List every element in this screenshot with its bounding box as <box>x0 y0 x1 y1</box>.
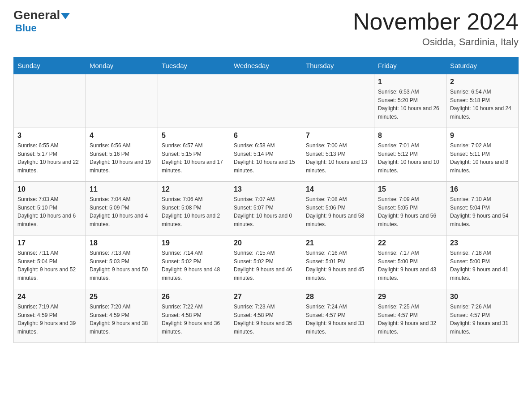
day-info: Sunrise: 7:15 AMSunset: 5:02 PMDaylight:… <box>234 249 298 282</box>
location-title: Osidda, Sardinia, Italy <box>353 36 519 48</box>
calendar-cell <box>14 74 86 128</box>
calendar-cell: 20Sunrise: 7:15 AMSunset: 5:02 PMDayligh… <box>230 235 302 289</box>
calendar-cell: 15Sunrise: 7:09 AMSunset: 5:05 PMDayligh… <box>374 182 446 235</box>
calendar-cell: 18Sunrise: 7:13 AMSunset: 5:03 PMDayligh… <box>86 235 158 289</box>
week-row-4: 17Sunrise: 7:11 AMSunset: 5:04 PMDayligh… <box>14 235 519 289</box>
day-info: Sunrise: 7:24 AMSunset: 4:57 PMDaylight:… <box>306 303 370 336</box>
day-number: 23 <box>450 239 515 247</box>
calendar-cell: 4Sunrise: 6:56 AMSunset: 5:16 PMDaylight… <box>86 128 158 182</box>
calendar-cell: 17Sunrise: 7:11 AMSunset: 5:04 PMDayligh… <box>14 235 86 289</box>
day-number: 18 <box>90 239 154 247</box>
day-info: Sunrise: 7:26 AMSunset: 4:57 PMDaylight:… <box>450 303 515 336</box>
day-info: Sunrise: 7:25 AMSunset: 4:57 PMDaylight:… <box>378 303 442 336</box>
calendar-cell: 19Sunrise: 7:14 AMSunset: 5:02 PMDayligh… <box>158 235 230 289</box>
day-info: Sunrise: 7:17 AMSunset: 5:00 PMDaylight:… <box>378 249 442 282</box>
day-info: Sunrise: 7:20 AMSunset: 4:59 PMDaylight:… <box>90 303 154 336</box>
day-info: Sunrise: 7:09 AMSunset: 5:05 PMDaylight:… <box>378 195 442 228</box>
day-number: 12 <box>162 185 226 193</box>
header-thursday: Thursday <box>302 57 374 74</box>
calendar-cell <box>86 74 158 128</box>
calendar-cell: 13Sunrise: 7:07 AMSunset: 5:07 PMDayligh… <box>230 182 302 235</box>
title-area: November 2024 Osidda, Sardinia, Italy <box>353 9 519 48</box>
day-info: Sunrise: 7:00 AMSunset: 5:13 PMDaylight:… <box>306 141 370 175</box>
day-info: Sunrise: 7:16 AMSunset: 5:01 PMDaylight:… <box>306 249 370 282</box>
day-number: 22 <box>378 239 442 247</box>
day-info: Sunrise: 7:18 AMSunset: 5:00 PMDaylight:… <box>450 249 515 282</box>
calendar-cell: 30Sunrise: 7:26 AMSunset: 4:57 PMDayligh… <box>446 289 519 343</box>
calendar-cell: 14Sunrise: 7:08 AMSunset: 5:06 PMDayligh… <box>302 182 374 235</box>
day-info: Sunrise: 6:56 AMSunset: 5:16 PMDaylight:… <box>90 141 154 175</box>
calendar-cell: 1Sunrise: 6:53 AMSunset: 5:20 PMDaylight… <box>374 74 446 128</box>
day-number: 9 <box>450 132 515 140</box>
calendar-cell: 8Sunrise: 7:01 AMSunset: 5:12 PMDaylight… <box>374 128 446 182</box>
day-number: 25 <box>90 293 154 301</box>
day-info: Sunrise: 7:08 AMSunset: 5:06 PMDaylight:… <box>306 195 370 228</box>
day-number: 29 <box>378 293 442 301</box>
day-number: 24 <box>17 293 82 301</box>
day-info: Sunrise: 7:11 AMSunset: 5:04 PMDaylight:… <box>17 249 82 282</box>
calendar-cell: 28Sunrise: 7:24 AMSunset: 4:57 PMDayligh… <box>302 289 374 343</box>
day-number: 16 <box>450 185 515 193</box>
logo-triangle-icon <box>61 13 70 19</box>
day-number: 28 <box>306 293 370 301</box>
calendar-cell: 29Sunrise: 7:25 AMSunset: 4:57 PMDayligh… <box>374 289 446 343</box>
day-info: Sunrise: 7:03 AMSunset: 5:10 PMDaylight:… <box>17 195 82 228</box>
logo: General Blue <box>13 9 70 34</box>
calendar-cell: 10Sunrise: 7:03 AMSunset: 5:10 PMDayligh… <box>14 182 86 235</box>
day-number: 27 <box>234 293 298 301</box>
day-info: Sunrise: 6:57 AMSunset: 5:15 PMDaylight:… <box>162 141 226 175</box>
day-number: 14 <box>306 185 370 193</box>
day-info: Sunrise: 6:58 AMSunset: 5:14 PMDaylight:… <box>234 141 298 175</box>
weekday-header-row: Sunday Monday Tuesday Wednesday Thursday… <box>14 57 519 74</box>
day-info: Sunrise: 7:13 AMSunset: 5:03 PMDaylight:… <box>90 249 154 282</box>
day-info: Sunrise: 7:10 AMSunset: 5:04 PMDaylight:… <box>450 195 515 228</box>
day-info: Sunrise: 7:19 AMSunset: 4:59 PMDaylight:… <box>17 303 82 336</box>
calendar-cell: 16Sunrise: 7:10 AMSunset: 5:04 PMDayligh… <box>446 182 519 235</box>
week-row-1: 1Sunrise: 6:53 AMSunset: 5:20 PMDaylight… <box>14 74 519 128</box>
week-row-2: 3Sunrise: 6:55 AMSunset: 5:17 PMDaylight… <box>14 128 519 182</box>
day-info: Sunrise: 7:22 AMSunset: 4:58 PMDaylight:… <box>162 303 226 336</box>
calendar-cell: 9Sunrise: 7:02 AMSunset: 5:11 PMDaylight… <box>446 128 519 182</box>
week-row-5: 24Sunrise: 7:19 AMSunset: 4:59 PMDayligh… <box>14 289 519 343</box>
day-number: 26 <box>162 293 226 301</box>
day-info: Sunrise: 7:06 AMSunset: 5:08 PMDaylight:… <box>162 195 226 228</box>
day-number: 15 <box>378 185 442 193</box>
calendar-cell: 6Sunrise: 6:58 AMSunset: 5:14 PMDaylight… <box>230 128 302 182</box>
calendar-cell: 22Sunrise: 7:17 AMSunset: 5:00 PMDayligh… <box>374 235 446 289</box>
calendar-cell: 11Sunrise: 7:04 AMSunset: 5:09 PMDayligh… <box>86 182 158 235</box>
day-info: Sunrise: 6:55 AMSunset: 5:17 PMDaylight:… <box>17 141 82 175</box>
calendar-cell: 5Sunrise: 6:57 AMSunset: 5:15 PMDaylight… <box>158 128 230 182</box>
day-number: 4 <box>90 132 154 140</box>
header-friday: Friday <box>374 57 446 74</box>
calendar-cell: 26Sunrise: 7:22 AMSunset: 4:58 PMDayligh… <box>158 289 230 343</box>
month-title: November 2024 <box>353 9 519 34</box>
day-info: Sunrise: 7:23 AMSunset: 4:58 PMDaylight:… <box>234 303 298 336</box>
day-info: Sunrise: 6:54 AMSunset: 5:18 PMDaylight:… <box>450 88 515 121</box>
day-number: 5 <box>162 132 226 140</box>
day-number: 11 <box>90 185 154 193</box>
day-number: 20 <box>234 239 298 247</box>
calendar-cell: 23Sunrise: 7:18 AMSunset: 5:00 PMDayligh… <box>446 235 519 289</box>
header-wednesday: Wednesday <box>230 57 302 74</box>
calendar-cell: 12Sunrise: 7:06 AMSunset: 5:08 PMDayligh… <box>158 182 230 235</box>
calendar-cell: 25Sunrise: 7:20 AMSunset: 4:59 PMDayligh… <box>86 289 158 343</box>
header-saturday: Saturday <box>446 57 519 74</box>
day-number: 19 <box>162 239 226 247</box>
calendar-cell: 2Sunrise: 6:54 AMSunset: 5:18 PMDaylight… <box>446 74 519 128</box>
logo-general: General <box>13 9 70 21</box>
calendar-table: Sunday Monday Tuesday Wednesday Thursday… <box>13 57 519 343</box>
day-number: 13 <box>234 185 298 193</box>
calendar-cell: 24Sunrise: 7:19 AMSunset: 4:59 PMDayligh… <box>14 289 86 343</box>
calendar-cell: 7Sunrise: 7:00 AMSunset: 5:13 PMDaylight… <box>302 128 374 182</box>
calendar-cell <box>158 74 230 128</box>
week-row-3: 10Sunrise: 7:03 AMSunset: 5:10 PMDayligh… <box>14 182 519 235</box>
calendar-cell <box>302 74 374 128</box>
calendar-cell: 21Sunrise: 7:16 AMSunset: 5:01 PMDayligh… <box>302 235 374 289</box>
day-number: 10 <box>17 185 82 193</box>
day-number: 1 <box>378 78 442 86</box>
calendar-cell <box>230 74 302 128</box>
day-number: 7 <box>306 132 370 140</box>
day-info: Sunrise: 7:01 AMSunset: 5:12 PMDaylight:… <box>378 141 442 175</box>
day-number: 17 <box>17 239 82 247</box>
day-number: 8 <box>378 132 442 140</box>
